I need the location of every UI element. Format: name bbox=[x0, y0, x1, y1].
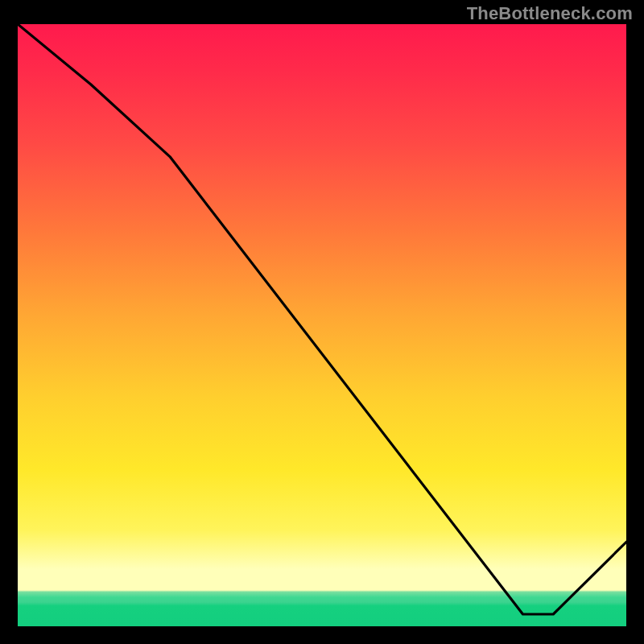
plot-area bbox=[18, 24, 626, 626]
watermark-text: TheBottleneck.com bbox=[467, 3, 633, 24]
chart-canvas: TheBottleneck.com bbox=[0, 0, 644, 644]
plot-frame bbox=[18, 24, 626, 626]
bottleneck-curve bbox=[18, 24, 626, 626]
